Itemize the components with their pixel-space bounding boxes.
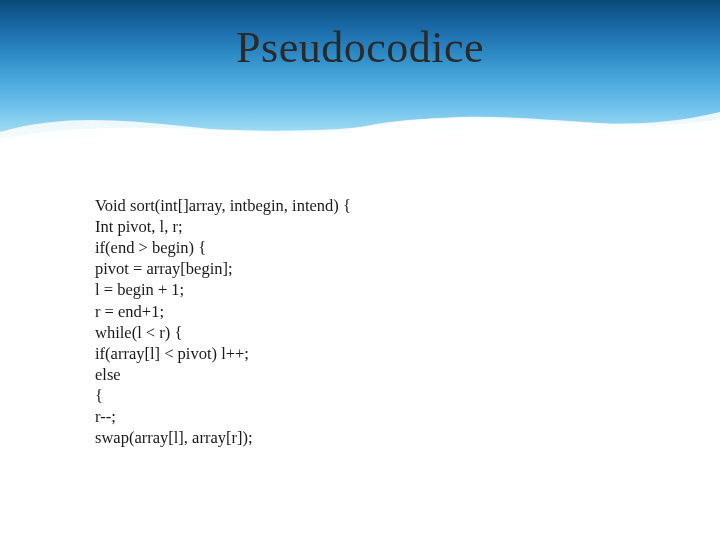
slide: Pseudocodice Void sort(int[]array, intbe…	[0, 0, 720, 540]
pseudocode-block: Void sort(int[]array, intbegin, intend) …	[95, 195, 595, 448]
code-line: l = begin + 1;	[95, 279, 595, 300]
code-line: Void sort(int[]array, intbegin, intend) …	[95, 195, 595, 216]
code-line: if(array[l] < pivot) l++;	[95, 343, 595, 364]
code-line: swap(array[l], array[r]);	[95, 427, 595, 448]
slide-title: Pseudocodice	[0, 22, 720, 73]
code-line: r = end+1;	[95, 301, 595, 322]
code-line: pivot = array[begin];	[95, 258, 595, 279]
code-line: Int pivot, l, r;	[95, 216, 595, 237]
code-line: while(l < r) {	[95, 322, 595, 343]
code-line: if(end > begin) {	[95, 237, 595, 258]
code-line: else	[95, 364, 595, 385]
code-line: {	[95, 385, 595, 406]
code-line: r--;	[95, 406, 595, 427]
wave-decoration	[0, 87, 720, 157]
